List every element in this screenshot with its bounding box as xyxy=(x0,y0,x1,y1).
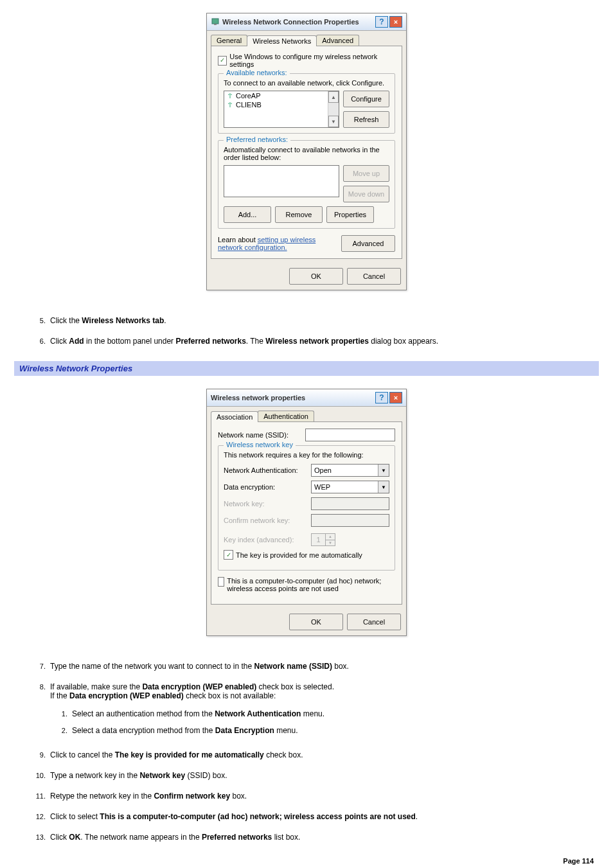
group-title: Available networks: xyxy=(224,69,290,76)
cancel-button[interactable]: Cancel xyxy=(347,614,401,630)
use-windows-label: Use Windows to configure my wireless net… xyxy=(229,53,395,68)
wireless-connection-properties-dialog: Wireless Network Connection Properties ?… xyxy=(206,13,407,290)
page-footer: Page 114 xyxy=(19,857,594,865)
network-key-input xyxy=(311,497,389,510)
step-10: Type a network key in the Network key (S… xyxy=(48,771,594,780)
key-instruction: This network requires a key for the foll… xyxy=(224,451,389,459)
dialog-title: Wireless network properties xyxy=(211,394,375,402)
enc-label: Data encryption: xyxy=(224,483,307,491)
svg-rect-0 xyxy=(212,19,218,24)
available-networks-group: Available networks: To connect to an ava… xyxy=(218,73,395,134)
confirm-key-label: Confirm network key: xyxy=(224,517,307,524)
preferred-instruction: Automatically connect to available netwo… xyxy=(224,146,389,161)
preferred-networks-group: Preferred networks: Automatically connec… xyxy=(218,140,395,229)
step-8-1: Select an authentication method from the… xyxy=(69,709,594,718)
group-title: Preferred networks: xyxy=(224,136,290,143)
key-index-spinner: 1 ▲▼ xyxy=(311,533,335,546)
tab-advanced[interactable]: Advanced xyxy=(316,35,359,46)
key-index-label: Key index (advanced): xyxy=(224,536,307,544)
tab-general[interactable]: General xyxy=(211,35,247,46)
tabs: General Wireless Networks Advanced xyxy=(207,31,406,46)
network-key-label: Network key: xyxy=(224,500,307,508)
network-icon xyxy=(211,17,220,26)
move-up-button: Move up xyxy=(343,165,389,182)
preferred-networks-list[interactable] xyxy=(224,165,339,197)
tab-association[interactable]: Association xyxy=(211,411,258,422)
add-button[interactable]: Add... xyxy=(224,206,271,223)
instruction-list-a: Click the Wireless Networks tab. Click A… xyxy=(19,316,594,346)
move-down-button: Move down xyxy=(343,186,389,202)
use-windows-checkbox[interactable] xyxy=(218,56,227,66)
scroll-down-icon[interactable]: ▼ xyxy=(328,116,339,127)
adhoc-label: This is a computer-to-computer (ad hoc) … xyxy=(227,577,395,592)
step-5: Click the Wireless Networks tab. xyxy=(48,316,594,325)
available-instruction: To connect to an available network, clic… xyxy=(224,79,389,87)
data-encryption-select[interactable]: WEP ▼ xyxy=(311,481,389,493)
antenna-icon xyxy=(227,102,233,108)
instruction-list-b: Type the name of the network you want to… xyxy=(19,662,594,842)
titlebar: Wireless network properties ? × xyxy=(207,389,406,407)
step-7: Type the name of the network you want to… xyxy=(48,662,594,671)
spinner-down-icon: ▼ xyxy=(326,540,335,546)
remove-button[interactable]: Remove xyxy=(275,206,323,223)
antenna-icon xyxy=(227,93,233,99)
auth-label: Network Authentication: xyxy=(224,466,307,474)
auto-key-label: The key is provided for me automatically xyxy=(236,551,362,559)
close-button[interactable]: × xyxy=(389,392,402,403)
step-13: Click OK. The network name appears in th… xyxy=(48,833,594,842)
tab-wireless-networks[interactable]: Wireless Networks xyxy=(247,35,317,46)
network-authentication-select[interactable]: Open ▼ xyxy=(311,464,389,477)
refresh-button[interactable]: Refresh xyxy=(343,111,389,128)
step-12: Click to select This is a computer-to-co… xyxy=(48,812,594,821)
wireless-network-key-group: Wireless network key This network requir… xyxy=(218,445,395,571)
step-11: Retype the network key in the Confirm ne… xyxy=(48,792,594,801)
ok-button[interactable]: OK xyxy=(289,268,343,285)
close-button[interactable]: × xyxy=(389,16,402,28)
chevron-down-icon: ▼ xyxy=(378,465,389,476)
ssid-input[interactable] xyxy=(305,429,395,441)
scroll-up-icon[interactable]: ▲ xyxy=(328,91,339,103)
scrollbar[interactable]: ▲ ▼ xyxy=(328,91,339,127)
titlebar: Wireless Network Connection Properties ?… xyxy=(207,13,406,31)
list-item: CLIENB xyxy=(224,100,339,109)
step-8: If available, make sure the Data encrypt… xyxy=(48,682,594,735)
properties-button[interactable]: Properties xyxy=(326,206,374,223)
wireless-network-properties-dialog: Wireless network properties ? × Associat… xyxy=(206,389,407,636)
chevron-down-icon: ▼ xyxy=(378,481,389,493)
available-networks-list[interactable]: CoreAP CLIENB ▲ ▼ xyxy=(224,91,339,128)
advanced-button[interactable]: Advanced xyxy=(341,235,395,252)
spinner-up-icon: ▲ xyxy=(326,534,335,540)
ssid-label: Network name (SSID): xyxy=(218,431,301,439)
step-9: Click to cancel the The key is provided … xyxy=(48,750,594,759)
adhoc-checkbox[interactable] xyxy=(218,577,224,587)
learn-text: Learn about setting up wireless network … xyxy=(218,236,336,251)
ok-button[interactable]: OK xyxy=(289,614,343,630)
section-header: Wireless Network Properties xyxy=(14,361,599,376)
help-button[interactable]: ? xyxy=(375,392,388,403)
tab-authentication[interactable]: Authentication xyxy=(258,411,314,421)
group-title: Wireless network key xyxy=(224,441,296,448)
cancel-button[interactable]: Cancel xyxy=(347,268,401,285)
dialog-title: Wireless Network Connection Properties xyxy=(222,18,375,26)
step-8-2: Select a data encryption method from the… xyxy=(69,726,594,735)
step-6: Click Add in the bottom panel under Pref… xyxy=(48,337,594,346)
help-button[interactable]: ? xyxy=(375,16,388,28)
svg-rect-1 xyxy=(214,24,217,25)
list-item: CoreAP xyxy=(224,91,339,100)
configure-button[interactable]: Configure xyxy=(343,91,389,107)
auto-key-checkbox[interactable] xyxy=(224,550,233,560)
confirm-key-input xyxy=(311,514,389,527)
